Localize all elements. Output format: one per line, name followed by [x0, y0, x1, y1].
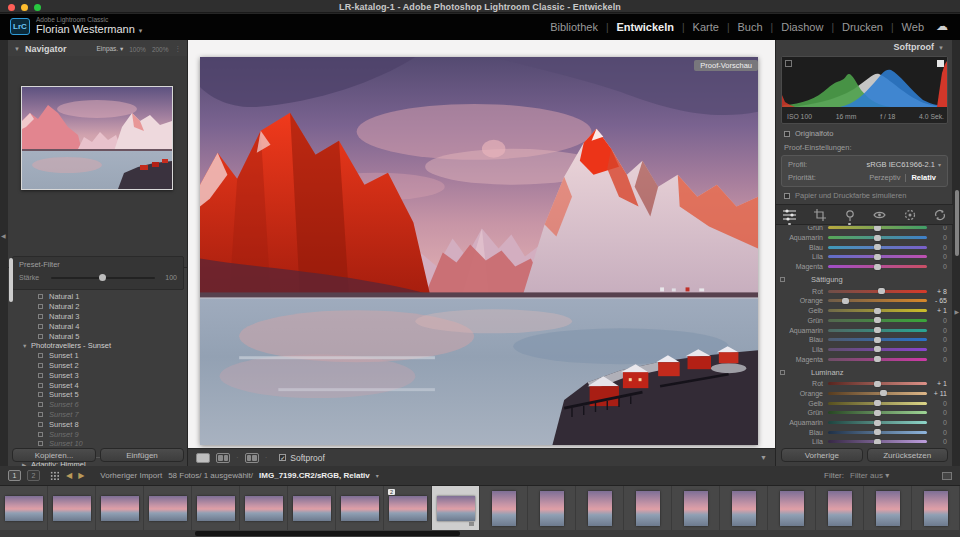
thumbnail[interactable] [768, 486, 816, 530]
thumbnail[interactable]: 2 [384, 486, 432, 530]
main-window-button[interactable]: 1 [8, 470, 21, 481]
current-file-label[interactable]: IMG_7199.CR2/sRGB, Relativ [259, 471, 370, 480]
thumbnail-selected[interactable] [432, 486, 480, 530]
hsl-slider-track[interactable] [828, 431, 927, 434]
hsl-slider-track[interactable] [828, 299, 927, 302]
preset-item[interactable]: Sunset 4 [8, 380, 188, 390]
hsl-slider-knob[interactable] [874, 308, 881, 314]
grid-view-icon[interactable] [50, 471, 60, 480]
thumbnail[interactable] [816, 486, 864, 530]
hsl-slider-knob[interactable] [874, 327, 881, 333]
hsl-slider-track[interactable] [828, 392, 927, 395]
thumbnail[interactable] [144, 486, 192, 530]
preset-item[interactable]: Sunset 3 [8, 370, 188, 380]
thumbnail[interactable] [624, 486, 672, 530]
thumbnail[interactable] [288, 486, 336, 530]
crop-icon[interactable] [812, 207, 827, 222]
survey-view-icon[interactable] [245, 453, 259, 463]
hsl-slider-track[interactable] [828, 382, 927, 385]
thumbnail[interactable] [96, 486, 144, 530]
preset-list-scrollbar[interactable] [9, 258, 13, 302]
toolbar-options-icon[interactable]: ▼ [760, 454, 767, 461]
hsl-slider-track[interactable] [828, 421, 927, 424]
hsl-slider-track[interactable] [828, 246, 927, 249]
filmstrip-scrollbar-thumb[interactable] [195, 531, 460, 536]
thumbnail[interactable] [672, 486, 720, 530]
hsl-slider-knob[interactable] [874, 439, 881, 444]
amount-slider-knob[interactable] [99, 274, 106, 281]
thumbnail[interactable] [192, 486, 240, 530]
thumbnail[interactable] [480, 486, 528, 530]
preset-item[interactable]: Natural 3 [8, 312, 188, 322]
navigator-header[interactable]: ▼ Navigator Einpas. ▾ 100% 200% ⋮ [8, 42, 187, 56]
section-toggle-icon[interactable] [780, 370, 785, 375]
filter-dropdown[interactable]: Filter aus ▾ [850, 471, 936, 480]
hsl-slider-knob[interactable] [842, 298, 849, 304]
hsl-slider-track[interactable] [828, 265, 927, 268]
checkbox-icon[interactable] [784, 193, 790, 199]
section-toggle-icon[interactable] [780, 277, 785, 282]
hsl-slider-track[interactable] [828, 290, 927, 293]
hsl-slider-knob[interactable] [874, 420, 881, 426]
masking-icon[interactable] [902, 207, 917, 222]
checkbox-checked-icon[interactable]: ✓ [279, 454, 286, 461]
right-panel-scrollbar[interactable] [955, 190, 959, 256]
chevron-down-icon[interactable]: ▾ [376, 472, 379, 479]
hsl-slider-track[interactable] [828, 411, 927, 414]
simulate-paper-ink-toggle[interactable]: Papier und Druckfarbe simulieren [784, 191, 906, 200]
hsl-slider-track[interactable] [828, 319, 927, 322]
preset-item[interactable]: Natural 1 [8, 294, 188, 302]
copy-settings-button[interactable]: Kopieren... [12, 448, 96, 462]
preset-item[interactable]: Sunset 2 [8, 361, 188, 371]
hsl-slider-knob[interactable] [874, 235, 881, 241]
hsl-slider-knob[interactable] [874, 226, 881, 231]
reset-button[interactable]: Zurücksetzen [867, 448, 949, 462]
red-eye-icon[interactable] [872, 207, 887, 222]
hsl-slider-knob[interactable] [874, 410, 881, 416]
preset-item[interactable]: Sunset 8 [8, 419, 188, 429]
module-tab-buch[interactable]: Buch [738, 21, 763, 33]
hsl-slider-knob[interactable] [874, 356, 881, 362]
zoom-fit-button[interactable]: Einpas. ▾ [96, 45, 123, 53]
thumbnail[interactable] [576, 486, 624, 530]
filter-switch-icon[interactable] [942, 472, 952, 480]
module-tab-diashow[interactable]: Diashow [781, 21, 823, 33]
zoom-100-button[interactable]: 100% [129, 46, 146, 53]
hsl-slider-track[interactable] [828, 348, 927, 351]
preset-item[interactable]: Sunset 5 [8, 390, 188, 400]
collapse-left-panel-icon[interactable]: ◀ [1, 232, 6, 239]
thumbnail[interactable] [336, 486, 384, 530]
hsl-slider-knob[interactable] [874, 400, 881, 406]
hsl-slider-knob[interactable] [874, 264, 881, 270]
hsl-slider-track[interactable] [828, 358, 927, 361]
hsl-slider-track[interactable] [828, 255, 927, 258]
second-window-button[interactable]: 2 [27, 470, 40, 481]
compare-view-icon[interactable] [216, 453, 230, 463]
cloud-sync-icon[interactable]: ☁ [936, 19, 948, 33]
hsl-slider-knob[interactable] [874, 429, 881, 435]
preset-item[interactable]: Sunset 1 [8, 351, 188, 361]
intent-option-perzeptiv[interactable]: Perzeptiv [864, 173, 905, 182]
hsl-slider-track[interactable] [828, 440, 927, 443]
filmstrip-scrollbar[interactable] [0, 530, 960, 537]
previous-button[interactable]: Vorherige [781, 448, 863, 462]
left-panel-edge[interactable]: ◀ [0, 40, 8, 466]
preset-group[interactable]: ▼Phototravellers - Sunset [8, 341, 188, 351]
hsl-slider-knob[interactable] [874, 381, 881, 387]
panel-triangle-icon[interactable]: ▼ [14, 46, 20, 52]
module-tab-karte[interactable]: Karte [693, 21, 719, 33]
thumbnail[interactable] [912, 486, 960, 530]
highlight-clipping-icon[interactable] [937, 60, 944, 67]
thumbnail[interactable] [720, 486, 768, 530]
hsl-slider-track[interactable] [828, 329, 927, 332]
thumbnail[interactable] [48, 486, 96, 530]
main-photo[interactable] [200, 57, 758, 445]
thumbnail[interactable] [0, 486, 48, 530]
module-tab-entwickeln[interactable]: Entwickeln [617, 21, 674, 33]
sync-icon[interactable] [932, 207, 947, 222]
hsl-slider-knob[interactable] [880, 390, 887, 396]
source-label[interactable]: Vorheriger Import [100, 471, 162, 480]
edit-sliders-icon[interactable] [782, 207, 797, 222]
collapse-right-panel-icon[interactable]: ▶ [954, 308, 959, 315]
loupe-view-icon[interactable] [196, 453, 210, 463]
